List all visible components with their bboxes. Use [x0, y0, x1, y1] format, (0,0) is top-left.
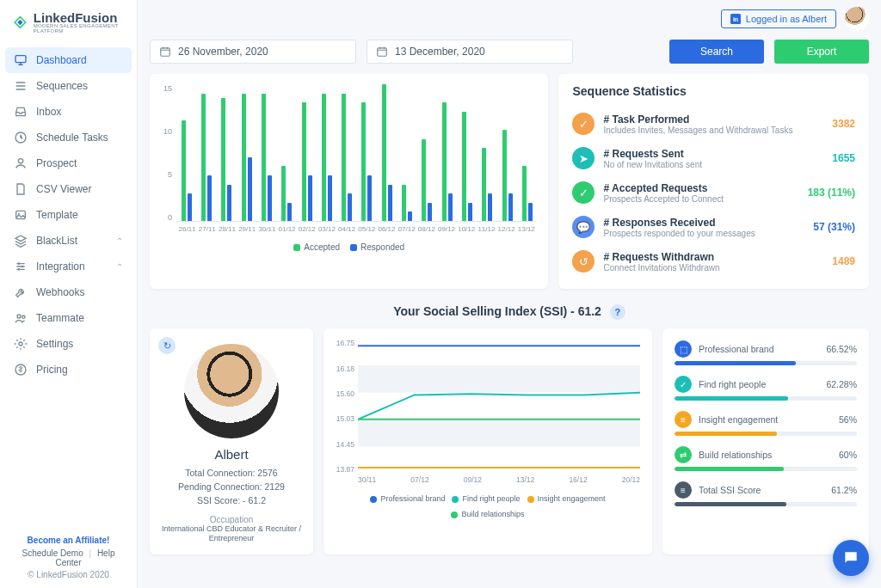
nav-item-blacklist[interactable]: BlackList⌃	[5, 228, 132, 254]
nav-item-pricing[interactable]: Pricing	[5, 357, 132, 383]
export-button[interactable]: Export	[774, 40, 869, 64]
profile-card: ↻ Albert Total Connection: 2576 Pending …	[150, 328, 313, 554]
bar-plot	[177, 84, 536, 222]
stat-value: 57 (31%)	[813, 221, 855, 233]
monitor-icon	[14, 53, 28, 67]
stat-value: 1489	[832, 255, 855, 267]
nav-label: Dashboard	[36, 54, 87, 66]
metric-name: Professional brand	[699, 344, 774, 354]
gear-icon	[14, 337, 28, 351]
stat-icon: ✓	[572, 181, 595, 204]
stat-row: ✓# Task PerformedIncludes Invites, Messa…	[572, 107, 855, 141]
profile-occupation: International CBD Educator & Recruiter /…	[158, 524, 305, 544]
svg-point-10	[19, 342, 22, 346]
nav-item-dashboard[interactable]: Dashboard	[5, 47, 132, 73]
date-from-value: 26 November, 2020	[178, 46, 268, 58]
help-icon[interactable]: ?	[610, 304, 625, 320]
metric-row: ≡Total SSI Score61.2%	[675, 481, 857, 506]
metric-icon: ≡	[675, 481, 692, 499]
dollar-icon	[14, 363, 28, 377]
schedule-demo-link[interactable]: Schedule Demo	[22, 548, 83, 558]
logo: LinkedFusion MODERN SALES ENGAGEMENT PLA…	[0, 0, 137, 44]
nav-item-integration[interactable]: Integration⌃	[5, 254, 132, 279]
metric-row: ⇄Build relationships60%	[675, 446, 857, 471]
affiliate-link[interactable]: Become an Affiliate!	[9, 536, 128, 545]
profile-occ-label: Occupation	[158, 515, 305, 524]
chat-fab[interactable]	[833, 540, 869, 576]
topbar: in Logged in as Albert	[721, 7, 869, 31]
nav-item-sequences[interactable]: Sequences	[5, 73, 132, 99]
svg-rect-3	[16, 211, 26, 218]
image-icon	[14, 208, 28, 222]
stat-title: # Requests Sent	[603, 148, 702, 160]
nav-item-inbox[interactable]: Inbox	[5, 99, 132, 125]
nav-label: CSV Viewer	[36, 183, 91, 195]
avatar[interactable]	[845, 7, 869, 31]
layers-icon	[14, 234, 28, 248]
chevron-up-icon: ⌃	[116, 262, 123, 272]
nav-label: Sequences	[36, 80, 88, 92]
logo-tagline: MODERN SALES ENGAGEMENT PLATFORM	[34, 23, 125, 34]
users-icon	[14, 311, 28, 325]
date-from-input[interactable]: 26 November, 2020	[150, 40, 356, 64]
file-icon	[14, 182, 28, 196]
login-badge[interactable]: in Logged in as Albert	[721, 9, 836, 28]
stat-title: # Accepted Requests	[603, 182, 724, 194]
metric-name: Insight engagement	[699, 414, 778, 425]
stat-subtitle: Connect Invitations Withdrawn	[603, 263, 719, 273]
nav-label: Inbox	[36, 106, 61, 118]
svg-rect-17	[358, 365, 640, 393]
line-x-axis: 30/1107/1209/1213/1216/1220/12	[358, 475, 640, 489]
sidebar-footer: Become an Affiliate! Schedule Demo | Hel…	[0, 529, 137, 588]
tool-icon	[14, 285, 28, 299]
nav-label: Webhooks	[36, 286, 84, 298]
svg-point-5	[18, 262, 21, 265]
line-chart-card: 16.7516.1815.6015.0314.4513.87 30/1107/1…	[323, 328, 652, 554]
nav-item-webhooks[interactable]: Webhooks	[5, 279, 132, 305]
date-to-value: 13 December, 2020	[395, 46, 485, 58]
metric-icon: ⬚	[675, 340, 692, 358]
legend-accepted: Accepted	[304, 242, 340, 252]
profile-ssi: SSI Score: - 61.2	[158, 494, 305, 508]
nav-label: Prospect	[36, 157, 77, 169]
profile-total-conn: Total Connection: 2576	[158, 467, 305, 481]
nav-item-teammate[interactable]: Teammate	[5, 305, 132, 331]
nav-label: Integration	[36, 260, 85, 273]
svg-rect-14	[161, 48, 170, 56]
nav-label: Teammate	[36, 312, 84, 324]
nav-label: Pricing	[36, 364, 68, 376]
nav-item-prospect[interactable]: Prospect	[5, 150, 132, 176]
stat-value: 3382	[832, 118, 855, 130]
nav-item-settings[interactable]: Settings	[5, 331, 132, 357]
line-y-axis: 16.7516.1815.6015.0314.4513.87	[332, 339, 358, 474]
nav-item-schedule-tasks[interactable]: Schedule Tasks	[5, 125, 132, 150]
metric-value: 66.52%	[826, 344, 857, 354]
refresh-button[interactable]: ↻	[158, 337, 176, 354]
svg-rect-16	[358, 420, 640, 447]
stat-subtitle: Includes Invites, Messages and Withdrawa…	[603, 126, 792, 135]
nav-item-template[interactable]: Template	[5, 202, 132, 228]
stat-value: 1655	[832, 152, 855, 164]
nav-label: BlackList	[36, 235, 77, 247]
metric-row: ✓Find right people62.28%	[675, 376, 857, 401]
stats-title: Sequence Statistics	[572, 84, 855, 98]
metric-name: Total SSI Score	[699, 485, 761, 495]
date-to-input[interactable]: 13 December, 2020	[367, 40, 573, 64]
metric-value: 60%	[839, 450, 857, 460]
calendar-icon	[376, 46, 388, 58]
svg-point-6	[22, 266, 24, 268]
copyright: © LinkedFusion 2020	[9, 570, 128, 579]
stat-subtitle: Prospects responded to your messages	[603, 229, 755, 238]
stat-icon: ↺	[572, 250, 595, 273]
nav-label: Schedule Tasks	[36, 132, 108, 144]
stats-card: Sequence Statistics ✓# Task PerformedInc…	[558, 74, 869, 289]
metric-value: 61.2%	[831, 485, 857, 495]
nav-item-csv-viewer[interactable]: CSV Viewer	[5, 176, 132, 202]
stat-row: ↺# Requests WithdrawnConnect Invitations…	[572, 244, 855, 279]
nav-label: Template	[36, 209, 78, 221]
profile-name: Albert	[158, 447, 305, 462]
search-button[interactable]: Search	[669, 40, 764, 64]
calendar-icon	[159, 46, 171, 58]
login-text: Logged in as Albert	[746, 14, 827, 24]
inbox-icon	[14, 105, 28, 119]
